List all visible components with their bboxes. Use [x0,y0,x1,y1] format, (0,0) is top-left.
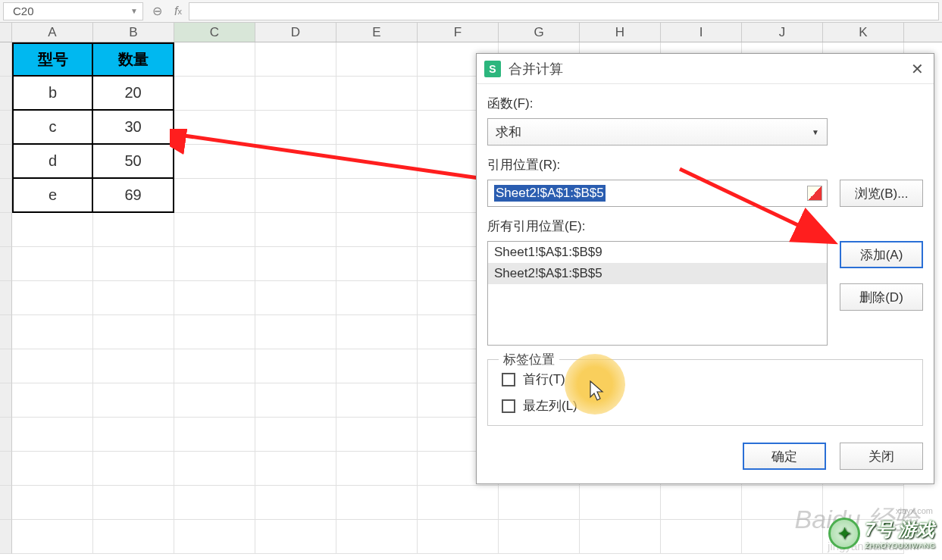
cell-empty[interactable] [174,452,255,486]
reference-list[interactable]: Sheet1!$A$1:$B$9 Sheet2!$A$1:$B$5 [487,241,828,346]
cell-B4[interactable]: 50 [93,145,174,179]
cell-empty[interactable] [255,315,336,349]
cell-A4[interactable]: d [12,145,93,179]
cell-empty[interactable] [12,452,93,486]
row-header[interactable] [0,486,12,520]
ok-button[interactable]: 确定 [743,443,826,470]
name-box-dropdown-icon[interactable]: ▼ [130,7,138,15]
cell-A3[interactable]: c [12,111,93,145]
cell-empty[interactable] [255,349,336,383]
cell-empty[interactable] [93,486,174,520]
cell-A5[interactable]: e [12,179,93,213]
cell-empty[interactable] [174,315,255,349]
cell-A2[interactable]: b [12,77,93,111]
cell-empty[interactable] [336,111,418,145]
cell-empty[interactable] [336,315,418,349]
cell-empty[interactable] [823,486,904,520]
cell-C1[interactable] [174,42,255,77]
dialog-titlebar[interactable]: S 合并计算 ✕ [477,54,934,84]
row-header[interactable] [0,452,12,486]
cell-empty[interactable] [499,520,580,554]
cell-empty[interactable] [742,520,823,554]
col-header-E[interactable]: E [336,23,418,42]
cell-empty[interactable] [661,520,742,554]
row-header[interactable] [0,349,12,383]
cell-empty[interactable] [255,111,336,145]
cell-empty[interactable] [174,77,255,111]
col-header-C[interactable]: C [174,23,255,42]
cell-empty[interactable] [174,111,255,145]
col-header-F[interactable]: F [418,23,499,42]
cell-empty[interactable] [255,145,336,179]
cell-empty[interactable] [336,486,418,520]
row-header-5[interactable] [0,179,12,213]
cell-empty[interactable] [12,281,93,315]
cell-empty[interactable] [336,281,418,315]
cell-empty[interactable] [255,281,336,315]
cell-empty[interactable] [93,315,174,349]
cell-empty[interactable] [174,418,255,452]
row-header-2[interactable] [0,77,12,111]
function-select[interactable]: 求和 ▼ [487,118,828,145]
col-header-A[interactable]: A [12,23,93,42]
cell-empty[interactable] [336,383,418,418]
row-header-3[interactable] [0,111,12,145]
cell-empty[interactable] [174,179,255,213]
cell-empty[interactable] [255,179,336,213]
cell-empty[interactable] [174,247,255,281]
cell-empty[interactable] [336,418,418,452]
cell-empty[interactable] [255,520,336,554]
cancel-formula-icon[interactable]: ⊖ [146,4,167,18]
cell-empty[interactable] [174,145,255,179]
cell-empty[interactable] [580,520,661,554]
row-header-4[interactable] [0,145,12,179]
cell-empty[interactable] [174,486,255,520]
row-header-1[interactable] [0,42,12,77]
cell-empty[interactable] [499,486,580,520]
range-selector-icon[interactable] [807,186,822,201]
cell-empty[interactable] [336,77,418,111]
close-button[interactable]: 关闭 [840,443,923,470]
cell-empty[interactable] [174,349,255,383]
cell-empty[interactable] [823,520,904,554]
cell-empty[interactable] [12,520,93,554]
cell-empty[interactable] [93,349,174,383]
cell-empty[interactable] [93,247,174,281]
cell-empty[interactable] [255,213,336,247]
col-header-G[interactable]: G [499,23,580,42]
col-header-B[interactable]: B [93,23,174,42]
cell-empty[interactable] [255,42,336,77]
cell-empty[interactable] [12,213,93,247]
col-header-J[interactable]: J [742,23,823,42]
cell-empty[interactable] [255,77,336,111]
cell-empty[interactable] [12,418,93,452]
cell-empty[interactable] [93,281,174,315]
cell-A1[interactable]: 型号 [12,42,93,77]
cell-empty[interactable] [336,145,418,179]
row-header[interactable] [0,383,12,418]
cell-empty[interactable] [336,520,418,554]
row-header[interactable] [0,315,12,349]
cell-empty[interactable] [418,486,499,520]
row-header[interactable] [0,520,12,554]
browse-button[interactable]: 浏览(B)... [840,180,923,207]
cell-empty[interactable] [336,452,418,486]
cell-empty[interactable] [336,179,418,213]
cell-empty[interactable] [12,315,93,349]
cell-empty[interactable] [418,520,499,554]
col-header-K[interactable]: K [823,23,904,42]
cell-empty[interactable] [174,520,255,554]
cell-empty[interactable] [336,213,418,247]
cell-empty[interactable] [93,418,174,452]
cell-empty[interactable] [336,349,418,383]
top-row-checkbox[interactable]: 首行(T) [502,371,909,388]
cell-empty[interactable] [580,486,661,520]
formula-input[interactable] [189,2,939,20]
cell-empty[interactable] [12,383,93,418]
cell-empty[interactable] [255,247,336,281]
cell-empty[interactable] [336,42,418,77]
cell-empty[interactable] [174,281,255,315]
reference-input[interactable]: Sheet2!$A$1:$B$5 [487,180,828,207]
col-header-I[interactable]: I [661,23,742,42]
name-box[interactable]: C20 ▼ [3,2,143,20]
